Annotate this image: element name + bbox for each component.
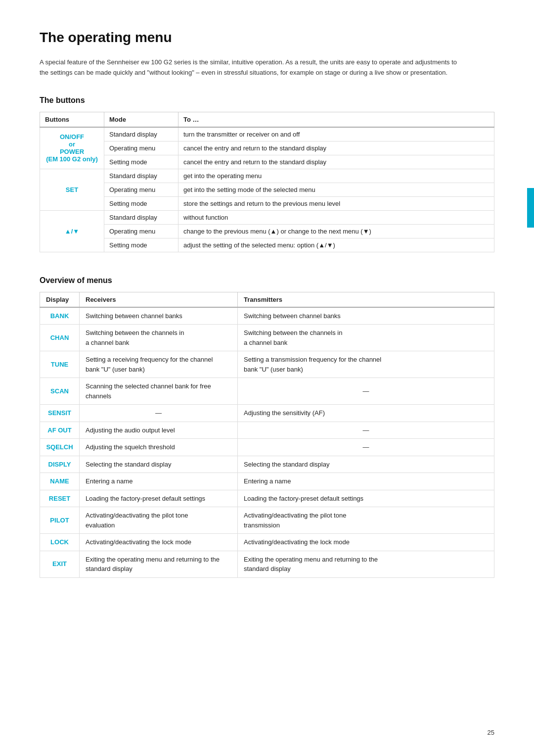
intro-paragraph: A special feature of the Sennheiser ew 1… [40,57,465,78]
table-row: PILOTActivating/deactivating the pilot t… [40,507,494,534]
mode-cell: Operating menu [104,183,178,196]
table-row: BANKSwitching between channel banksSwitc… [40,307,494,325]
mode-cell: Setting mode [104,155,178,169]
transmitters-cell: Entering a name [238,473,494,490]
transmitters-cell: Activating/deactivating the lock mode [238,534,494,551]
table-row: SQELCHAdjusting the squelch threshold— [40,439,494,456]
receivers-cell: Exiting the operating menu and returning… [80,551,238,577]
display-code-cell: SENSIT [40,405,80,422]
mode-cell: Standard display [104,169,178,183]
to-cell: get into the setting mode of the selecte… [178,183,494,196]
receivers-cell: Switching between the channels ina chann… [80,325,238,351]
display-code-cell: DISPLY [40,456,80,473]
receivers-cell: Activating/deactivating the pilot toneev… [80,507,238,534]
buttons-table: Buttons Mode To … ON/OFForPOWER(EM 100 G… [40,112,494,252]
display-code-cell: AF OUT [40,422,80,439]
transmitters-cell: Setting a transmission frequency for the… [238,351,494,378]
transmitters-cell: Loading the factory-preset default setti… [238,490,494,507]
mode-col-header: Mode [104,112,178,127]
transmitters-cell: Exiting the operating menu and returning… [238,551,494,577]
to-cell: get into the operating menu [178,169,494,183]
to-cell: cancel the entry and return to the stand… [178,155,494,169]
receivers-col-header: Receivers [80,292,238,307]
transmitters-cell: — [238,378,494,405]
display-code-cell: PILOT [40,507,80,534]
receivers-cell: Scanning the selected channel bank for f… [80,378,238,405]
table-row: SCANScanning the selected channel bank f… [40,378,494,405]
transmitters-cell: Adjusting the sensitivity (AF) [238,405,494,422]
button-label: ON/OFForPOWER(EM 100 G2 only) [40,127,104,169]
display-col-header: Display [40,292,80,307]
receivers-cell: Setting a receiving frequency for the ch… [80,351,238,378]
receivers-cell: Switching between channel banks [80,307,238,325]
to-cell: without function [178,210,494,224]
table-row: NAMEEntering a nameEntering a name [40,473,494,490]
transmitters-cell: Switching between channel banks [238,307,494,325]
receivers-cell: Activating/deactivating the lock mode [80,534,238,551]
page-number: 25 [488,729,494,736]
receivers-cell: Adjusting the squelch threshold [80,439,238,456]
transmitters-cell: Activating/deactivating the pilot tonetr… [238,507,494,534]
to-cell: change to the previous menu (▲) or chang… [178,224,494,238]
display-code-cell: TUNE [40,351,80,378]
mode-cell: Standard display [104,127,178,142]
display-code-cell: NAME [40,473,80,490]
transmitters-cell: — [238,422,494,439]
overview-section-title: Overview of menus [40,276,494,285]
to-cell: store the settings and return to the pre… [178,196,494,210]
mode-cell: Setting mode [104,238,178,252]
table-row: AF OUTAdjusting the audio output level— [40,422,494,439]
to-cell: turn the transmitter or receiver on and … [178,127,494,142]
right-tab-marker [527,188,534,228]
receivers-cell: Entering a name [80,473,238,490]
to-cell: adjust the setting of the selected menu:… [178,238,494,252]
display-code-cell: BANK [40,307,80,325]
display-code-cell: SCAN [40,378,80,405]
display-code-cell: CHAN [40,325,80,351]
transmitters-cell: Selecting the standard display [238,456,494,473]
display-code-cell: EXIT [40,551,80,577]
transmitters-cell: — [238,439,494,456]
display-code-cell: SQELCH [40,439,80,456]
receivers-cell: Adjusting the audio output level [80,422,238,439]
mode-cell: Setting mode [104,196,178,210]
mode-cell: Operating menu [104,224,178,238]
table-row: RESETLoading the factory-preset default … [40,490,494,507]
to-cell: cancel the entry and return to the stand… [178,141,494,155]
table-row: EXITExiting the operating menu and retur… [40,551,494,577]
to-col-header: To … [178,112,494,127]
receivers-cell: Selecting the standard display [80,456,238,473]
overview-table: Display Receivers Transmitters BANKSwitc… [40,292,494,578]
table-row: LOCKActivating/deactivating the lock mod… [40,534,494,551]
display-code-cell: RESET [40,490,80,507]
receivers-cell: — [80,405,238,422]
mode-cell: Operating menu [104,141,178,155]
buttons-section-title: The buttons [40,96,494,105]
display-code-cell: LOCK [40,534,80,551]
button-label: SET [40,169,104,210]
table-row: TUNESetting a receiving frequency for th… [40,351,494,378]
table-row: DISPLYSelecting the standard displaySele… [40,456,494,473]
receivers-cell: Loading the factory-preset default setti… [80,490,238,507]
table-row: CHANSwitching between the channels ina c… [40,325,494,351]
page-title: The operating menu [40,30,494,46]
transmitters-cell: Switching between the channels ina chann… [238,325,494,351]
button-label: ▲/▼ [40,210,104,252]
mode-cell: Standard display [104,210,178,224]
table-row: SENSIT—Adjusting the sensitivity (AF) [40,405,494,422]
transmitters-col-header: Transmitters [238,292,494,307]
buttons-col-header: Buttons [40,112,104,127]
